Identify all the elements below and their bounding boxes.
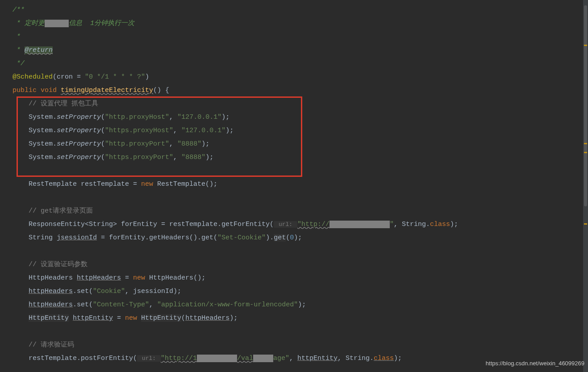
js-var: jsessionId (57, 234, 97, 242)
he-close: ); (229, 314, 238, 322)
he-type: HttpEntity (29, 314, 69, 322)
he-ctor: HttpEntity (141, 314, 181, 322)
setprop-4: setProperty (57, 154, 101, 161)
js-get-open: ( (286, 234, 290, 242)
post-close: ); (394, 355, 402, 362)
post-redact-1 (197, 355, 237, 362)
ann-close: ) (145, 73, 149, 81)
doc-return-prefix: * (13, 46, 25, 54)
he-var: httpEntity (73, 314, 113, 322)
setprop-2: setProperty (57, 127, 101, 134)
gfe-pre: ResponseEntity<String> forEntity = restT… (29, 221, 274, 228)
post-url-open: "http://1 (161, 355, 197, 362)
he-open: ( (181, 314, 185, 322)
doc-line-1b: 信息 1分钟执行一次 (69, 20, 134, 27)
sp-close-3: ); (201, 140, 209, 148)
ann-open: (cron = (53, 73, 85, 81)
gfe-tail1: , String. (394, 221, 430, 228)
comment-proxy: // 设置代理 抓包工具 (29, 100, 98, 108)
post-class: class (374, 355, 394, 362)
sp-open-3: ( (101, 140, 105, 148)
set1-mid: , jsessionId); (125, 288, 181, 295)
comment-vcode: // 设置验证码参数 (29, 261, 88, 268)
error-marker[interactable] (584, 143, 587, 144)
url-hint-2: url: (137, 355, 161, 362)
set2-var: httpHeaders (29, 301, 73, 309)
comment-get: // get请求登录页面 (29, 207, 93, 215)
set-cookie-key: "Set-Cookie" (217, 234, 266, 242)
js-pre: String (29, 234, 57, 242)
scrollbar-thumb[interactable] (584, 5, 587, 206)
scrollbar[interactable] (583, 0, 588, 372)
post-mid2: , (289, 355, 297, 362)
he-arg: httpHeaders (185, 314, 229, 322)
doc-close: */ (13, 60, 25, 67)
js-get-close: ); (294, 234, 302, 242)
rt-new: new (141, 180, 157, 188)
hh-eq: = (121, 274, 133, 282)
js-get: get (274, 234, 286, 242)
hh-decl: HttpHeaders (29, 274, 77, 282)
doc-line-1a: * 定时更 (13, 20, 45, 27)
sys-1: System. (29, 113, 57, 121)
sp-open-4: ( (101, 154, 105, 161)
doc-redact (45, 20, 69, 27)
error-marker[interactable] (584, 152, 587, 153)
set2-mid: , (149, 301, 157, 309)
sp-close-1: ); (221, 113, 229, 121)
key-https-port: "https.proxyPort" (105, 154, 173, 161)
hh-var: httpHeaders (77, 274, 121, 282)
post-redact-2 (253, 355, 273, 362)
js-mid: = forEntity.getHeaders().get( (97, 234, 217, 242)
key-http-host: "http.proxyHost" (105, 113, 169, 121)
key-https-host: "https.proxyHost" (105, 127, 173, 134)
post-url-mid: /val (237, 355, 253, 362)
rt-ctor: RestTemplate(); (157, 180, 217, 188)
set1-call: .set( (73, 288, 93, 295)
gfe-class: class (430, 221, 450, 228)
method-modifiers: public void (13, 87, 61, 94)
sp-open-1: ( (101, 113, 105, 121)
error-marker[interactable] (584, 223, 587, 225)
rt-decl: RestTemplate restTemplate = (29, 180, 141, 188)
return-tag: @return (25, 46, 53, 54)
ct-value: "application/x-www-form-urlencoded" (157, 301, 298, 309)
hh-new: new (133, 274, 149, 282)
error-marker[interactable] (584, 45, 587, 46)
sp-close-4: ); (205, 154, 213, 161)
js-zero: 0 (290, 234, 294, 242)
method-tail: () { (153, 87, 169, 94)
val-https-host: "127.0.0.1" (181, 127, 225, 134)
he-eq: = (113, 314, 125, 322)
gfe-redact (329, 221, 390, 228)
ct-key: "Content-Type" (93, 301, 149, 309)
comment-req: // 请求验证码 (29, 341, 74, 349)
sp-open-2: ( (101, 127, 105, 134)
val-http-host: "127.0.0.1" (177, 113, 221, 121)
hh-ctor: HttpHeaders(); (149, 274, 205, 282)
post-arg: httpEntity (297, 355, 338, 362)
doc-line-blank: * (13, 33, 21, 41)
post-url-close: age" (273, 355, 289, 362)
set2-call: .set( (73, 301, 93, 309)
cookie-key: "Cookie" (93, 288, 125, 295)
setprop-3: setProperty (57, 140, 101, 148)
method-name: timingUpdateElectricity (61, 87, 153, 94)
sp-close-2: ); (225, 127, 234, 134)
he-sp (69, 314, 73, 322)
watermark: https://blog.csdn.net/weixin_46099269 (486, 357, 584, 370)
val-https-port: "8888" (181, 154, 205, 161)
key-http-port: "http.proxyPort" (105, 140, 169, 148)
sys-3: System. (29, 140, 57, 148)
setprop-1: setProperty (57, 113, 101, 121)
gfe-url-open: "http:// (297, 221, 329, 228)
sys-4: System. (29, 154, 57, 161)
sys-2: System. (29, 127, 57, 134)
post-pre: restTemplate.postForEntity( (29, 355, 137, 362)
js-mid2: ). (266, 234, 274, 242)
doc-open: /** (13, 6, 25, 14)
code-editor[interactable]: /** * 定时更 信息 1分钟执行一次 * * @return */ @Sch… (0, 0, 588, 365)
url-hint-1: url: (274, 221, 297, 228)
gfe-tail2: ); (450, 221, 458, 228)
scheduled-annotation: @Scheduled (13, 73, 53, 81)
